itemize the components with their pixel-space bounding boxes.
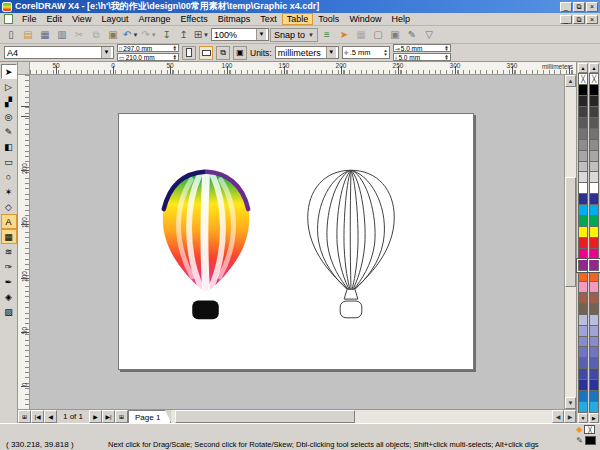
zoom-level-combo[interactable]: 100% ▼ bbox=[211, 28, 269, 41]
scroll-right-icon[interactable]: ▶ bbox=[564, 410, 576, 423]
minimize-button[interactable]: _ bbox=[560, 2, 572, 12]
menu-tools[interactable]: Tools bbox=[313, 13, 344, 25]
swatch-2b3299[interactable] bbox=[578, 380, 588, 391]
text-tool[interactable]: A bbox=[1, 214, 17, 229]
polygon-tool[interactable]: ✶ bbox=[1, 184, 17, 199]
chevron-down-icon[interactable]: ▼ bbox=[326, 47, 336, 58]
horizontal-ruler[interactable]: millimeters 50050100150200250300350 bbox=[18, 62, 576, 75]
paper-height-spinner[interactable]: ▭ 210.0 mm ▲▼ bbox=[117, 53, 179, 61]
menu-file[interactable]: File bbox=[17, 13, 42, 25]
swatch-2e3192[interactable] bbox=[578, 194, 588, 205]
swatch-888bc9[interactable] bbox=[578, 337, 588, 348]
next-page-button[interactable]: ▶ bbox=[89, 410, 102, 423]
scroll-down-icon[interactable]: ▼ bbox=[565, 397, 576, 409]
drawing-page[interactable] bbox=[118, 113, 474, 370]
swatch-1b75bc[interactable] bbox=[578, 391, 588, 402]
swatch-7175bd[interactable] bbox=[589, 347, 599, 358]
swatch-a0a3d6[interactable] bbox=[578, 326, 588, 337]
horizontal-scroll-thumb[interactable] bbox=[175, 410, 355, 423]
spinner-arrows-icon[interactable]: ▲▼ bbox=[173, 54, 177, 61]
swatch-595959[interactable] bbox=[589, 118, 599, 129]
outline-color-indicator[interactable]: ✎ bbox=[576, 436, 596, 445]
swatch-000000[interactable] bbox=[578, 85, 588, 96]
swatch-f49ac1[interactable] bbox=[578, 282, 588, 293]
add-page-button[interactable]: ⊞ bbox=[18, 410, 31, 423]
pick-tool[interactable]: ➤ bbox=[1, 64, 17, 79]
new-document-icon[interactable]: ▯ bbox=[3, 27, 19, 42]
options-icon[interactable]: ≡ bbox=[319, 27, 335, 42]
duplicate-y-spinner[interactable]: ⤓ 5.0 mm ▲▼ bbox=[393, 53, 451, 61]
menu-arrange[interactable]: Arrange bbox=[133, 13, 175, 25]
swatch-00aeef[interactable] bbox=[578, 205, 588, 216]
window-icon[interactable]: ▢ bbox=[370, 27, 386, 42]
chevron-down-icon[interactable]: ▼ bbox=[151, 32, 157, 38]
scroll-up-icon[interactable]: ▲ bbox=[565, 75, 576, 87]
swatch-92278f[interactable] bbox=[589, 260, 599, 271]
spinner-arrows-icon[interactable]: ▲▼ bbox=[383, 49, 387, 56]
canvas[interactable] bbox=[30, 75, 564, 409]
swatch-737373[interactable] bbox=[578, 129, 588, 140]
swatch-736357[interactable] bbox=[589, 304, 599, 315]
swatch-8c8c8c[interactable] bbox=[578, 140, 588, 151]
swatch-a6a6a6[interactable] bbox=[589, 151, 599, 162]
basic-shapes-tool[interactable]: ◇ bbox=[1, 199, 17, 214]
portrait-button[interactable] bbox=[182, 46, 196, 60]
cut-icon[interactable]: ✂ bbox=[71, 27, 87, 42]
swatch-ec008c[interactable] bbox=[589, 249, 599, 260]
swatch-d9d9d9[interactable] bbox=[578, 172, 588, 183]
swatch-bcbddc[interactable] bbox=[578, 315, 588, 326]
swatch-4248a5[interactable] bbox=[589, 369, 599, 380]
swatch-ffffff[interactable] bbox=[589, 183, 599, 194]
nudge-spinner[interactable]: ✛ .5 mm ▲▼ bbox=[342, 46, 390, 59]
application-launcher-icon[interactable]: ⊞▼ bbox=[193, 27, 210, 42]
eyedropper-tool[interactable]: ✑ bbox=[1, 259, 17, 274]
units-combo[interactable]: millimeters ▼ bbox=[275, 46, 339, 59]
spinner-arrows-icon[interactable]: ▲▼ bbox=[444, 54, 448, 61]
swatch-fff200[interactable] bbox=[578, 227, 588, 238]
snap-to-button[interactable]: Snap to ▼ bbox=[270, 28, 318, 42]
spinner-arrows-icon[interactable]: ▲▼ bbox=[444, 45, 448, 52]
swatch-fff200[interactable] bbox=[589, 227, 599, 238]
swatch-d9d9d9[interactable] bbox=[589, 172, 599, 183]
shape-tool[interactable]: ▷ bbox=[1, 79, 17, 94]
rainbow-balloon[interactable] bbox=[147, 162, 265, 329]
paper-width-spinner[interactable]: ▯ 297.0 mm ▲▼ bbox=[117, 44, 179, 52]
chevron-down-icon[interactable]: ▼ bbox=[101, 47, 111, 58]
vertical-scrollbar[interactable]: ▲ ▼ bbox=[564, 75, 576, 409]
swatch-92278f[interactable] bbox=[578, 260, 588, 271]
redo-icon[interactable]: ↷▼ bbox=[140, 27, 157, 42]
previous-page-button[interactable]: ◀ bbox=[44, 410, 57, 423]
table-tool[interactable]: ▦ bbox=[1, 229, 17, 244]
crop-tool[interactable]: ▞ bbox=[1, 94, 17, 109]
swatch-a0a3d6[interactable] bbox=[589, 326, 599, 337]
balloon-basket[interactable] bbox=[192, 301, 219, 320]
swatch-9d5e4a[interactable] bbox=[578, 293, 588, 304]
welcome-pointer-icon[interactable]: ➤ bbox=[336, 27, 352, 42]
swatch-8c8c8c[interactable] bbox=[589, 140, 599, 151]
vertical-ruler[interactable]: 200150100500 bbox=[18, 75, 30, 409]
swatch-2e3192[interactable] bbox=[589, 194, 599, 205]
swatch-9d5e4a[interactable] bbox=[589, 293, 599, 304]
swatch-595959[interactable] bbox=[578, 118, 588, 129]
swatch-00a651[interactable] bbox=[578, 216, 588, 227]
scroll-left-icon[interactable]: ◀ bbox=[552, 410, 564, 423]
palette-scroll-up-icon[interactable]: ▲ bbox=[578, 63, 588, 73]
menu-help[interactable]: Help bbox=[386, 13, 415, 25]
outline-pen-tool[interactable]: ✒ bbox=[1, 274, 17, 289]
graph-paper-icon[interactable]: ▦ bbox=[353, 27, 369, 42]
swatch-bcbddc[interactable] bbox=[589, 315, 599, 326]
swatch-737373[interactable] bbox=[589, 129, 599, 140]
swatch-27aae1[interactable] bbox=[578, 402, 588, 413]
interactive-fill-tool[interactable]: ▨ bbox=[1, 304, 17, 319]
undo-icon[interactable]: ↶▼ bbox=[122, 27, 139, 42]
swatch-f26522[interactable] bbox=[578, 271, 588, 282]
swatch-404040[interactable] bbox=[578, 107, 588, 118]
swatch-a6a6a6[interactable] bbox=[578, 151, 588, 162]
page-sorter-icon[interactable]: ▣ bbox=[387, 27, 403, 42]
menu-table[interactable]: Table bbox=[282, 13, 314, 25]
swatch-7175bd[interactable] bbox=[578, 347, 588, 358]
palette-scroll-up-icon[interactable]: ▲ bbox=[589, 63, 599, 73]
open-icon[interactable]: ▤ bbox=[20, 27, 36, 42]
page-tab[interactable]: Page 1 bbox=[128, 410, 171, 423]
paste-icon[interactable]: ▣ bbox=[105, 27, 121, 42]
